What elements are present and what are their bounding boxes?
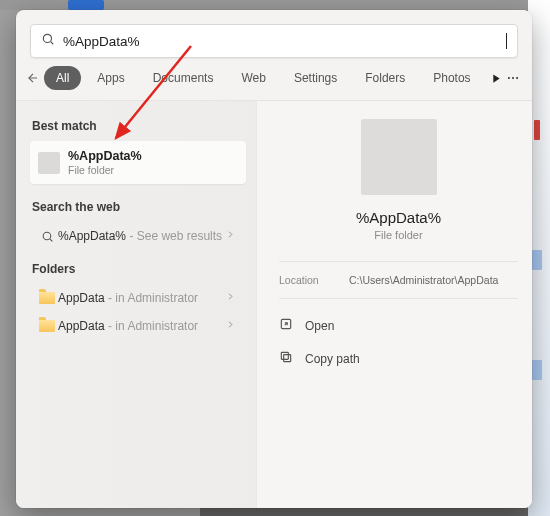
- svg-point-5: [512, 77, 514, 79]
- folder-result-item[interactable]: AppData - in Administrator: [30, 312, 246, 340]
- folders-heading: Folders: [32, 262, 254, 276]
- web-result-item[interactable]: %AppData% - See web results: [30, 222, 246, 250]
- svg-line-8: [50, 239, 52, 241]
- copy-path-label: Copy path: [305, 352, 360, 366]
- svg-rect-10: [284, 355, 291, 362]
- search-row: [16, 10, 532, 66]
- open-action[interactable]: Open: [279, 309, 518, 342]
- results-column: Best match %AppData% File folder Search …: [16, 101, 256, 508]
- best-match-title: %AppData%: [68, 149, 142, 164]
- back-button[interactable]: [26, 66, 40, 90]
- more-button[interactable]: [506, 66, 520, 90]
- folder-result-item[interactable]: AppData - in Administrator: [30, 284, 246, 312]
- svg-line-1: [51, 42, 54, 45]
- chevron-right-icon: [225, 229, 236, 243]
- best-match-subtitle: File folder: [68, 164, 142, 176]
- web-result-text: %AppData% - See web results: [58, 229, 225, 243]
- detail-location-label: Location: [279, 274, 349, 286]
- copy-icon: [279, 350, 293, 367]
- folder-result-text: AppData - in Administrator: [58, 291, 225, 305]
- folder-icon: [38, 152, 60, 174]
- detail-location-value: C:\Users\Administrator\AppData: [349, 274, 518, 286]
- detail-subtitle: File folder: [374, 229, 422, 241]
- filter-photos[interactable]: Photos: [421, 66, 482, 90]
- svg-point-0: [43, 34, 51, 42]
- svg-rect-11: [281, 352, 288, 359]
- chevron-right-icon: [225, 319, 236, 333]
- folder-icon: [36, 320, 58, 332]
- filter-row: All Apps Documents Web Settings Folders …: [16, 66, 532, 101]
- text-caret: [506, 33, 507, 49]
- search-icon: [36, 230, 58, 243]
- open-label: Open: [305, 319, 334, 333]
- filter-folders[interactable]: Folders: [353, 66, 417, 90]
- detail-location-row: Location C:\Users\Administrator\AppData: [279, 261, 518, 298]
- best-match-heading: Best match: [32, 119, 254, 133]
- svg-point-7: [43, 232, 51, 240]
- open-icon: [279, 317, 293, 334]
- detail-title: %AppData%: [356, 209, 441, 226]
- filter-all[interactable]: All: [44, 66, 81, 90]
- search-panel: All Apps Documents Web Settings Folders …: [16, 10, 532, 508]
- detail-column: %AppData% File folder Location C:\Users\…: [256, 101, 532, 508]
- filter-apps[interactable]: Apps: [85, 66, 136, 90]
- folder-result-text: AppData - in Administrator: [58, 319, 225, 333]
- filter-documents[interactable]: Documents: [141, 66, 226, 90]
- search-web-heading: Search the web: [32, 200, 254, 214]
- copy-path-action[interactable]: Copy path: [279, 342, 518, 375]
- filter-web[interactable]: Web: [229, 66, 277, 90]
- svg-point-6: [516, 77, 518, 79]
- best-match-item[interactable]: %AppData% File folder: [30, 141, 246, 184]
- search-icon: [41, 32, 55, 50]
- search-box[interactable]: [30, 24, 518, 58]
- chevron-right-icon: [225, 291, 236, 305]
- folder-icon: [36, 292, 58, 304]
- svg-point-4: [508, 77, 510, 79]
- filter-settings[interactable]: Settings: [282, 66, 349, 90]
- svg-marker-3: [493, 74, 499, 82]
- preview-thumbnail: [361, 119, 437, 195]
- play-button[interactable]: [491, 66, 502, 90]
- search-input[interactable]: [63, 34, 506, 49]
